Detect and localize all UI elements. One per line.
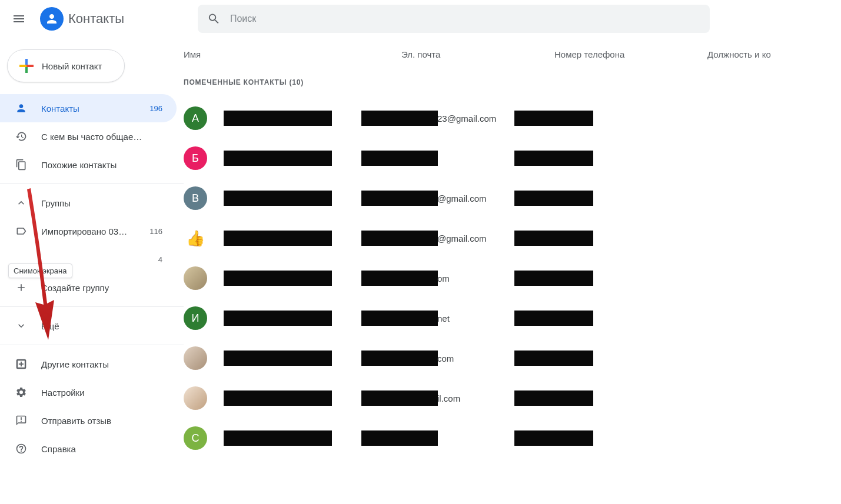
search-icon bbox=[207, 12, 221, 26]
sidebar-item-label: Другие контакты bbox=[41, 359, 162, 369]
sidebar-item-frequent[interactable]: С кем вы часто общае… bbox=[0, 122, 177, 151]
email-suffix: net bbox=[437, 313, 450, 323]
chevron-down-icon bbox=[15, 320, 27, 332]
redacted-phone bbox=[514, 191, 593, 206]
chevron-up-icon bbox=[15, 197, 27, 209]
redacted-phone bbox=[514, 311, 593, 326]
email-suffix: om bbox=[437, 273, 450, 283]
sidebar-item-settings[interactable]: Настройки bbox=[0, 378, 177, 406]
plus-small-icon bbox=[15, 282, 27, 293]
new-contact-button[interactable]: Новый контакт bbox=[7, 49, 125, 82]
avatar: Б bbox=[184, 146, 207, 170]
redacted-phone bbox=[514, 231, 593, 246]
avatar bbox=[184, 346, 207, 370]
redacted-name bbox=[224, 231, 332, 246]
column-phone: Номер телефона bbox=[554, 49, 707, 59]
redacted-phone bbox=[514, 151, 593, 166]
redacted-name bbox=[224, 111, 332, 126]
redacted-phone bbox=[514, 430, 593, 446]
redacted-email bbox=[361, 111, 438, 126]
history-icon bbox=[15, 131, 27, 142]
hamburger-menu[interactable] bbox=[5, 5, 33, 33]
redacted-phone bbox=[514, 351, 593, 366]
table-header: Имя Эл. почта Номер телефона Должность и… bbox=[184, 49, 841, 74]
email-suffix: @gmail.com bbox=[437, 193, 487, 203]
app-logo-wrap: Контакты bbox=[40, 7, 193, 31]
feedback-icon bbox=[15, 415, 27, 426]
redacted-email bbox=[361, 191, 438, 206]
email-suffix: 23@gmail.com bbox=[437, 114, 496, 124]
redacted-name bbox=[224, 351, 332, 366]
section-label: ПОМЕЧЕННЫЕ КОНТАКТЫ (10) bbox=[184, 74, 841, 98]
sidebar-item-label: Похожие контакты bbox=[41, 160, 162, 170]
main-content: Имя Эл. почта Номер телефона Должность и… bbox=[184, 38, 841, 463]
avatar bbox=[184, 386, 207, 410]
sidebar-item-label: С кем вы часто общае… bbox=[41, 132, 162, 142]
copy-icon bbox=[15, 159, 27, 171]
redacted-email bbox=[361, 231, 438, 246]
redacted-email bbox=[361, 351, 438, 366]
sidebar-item-count: 196 bbox=[149, 104, 162, 113]
sidebar-item-similar[interactable]: Похожие контакты bbox=[0, 151, 177, 179]
search-input[interactable] bbox=[230, 14, 700, 24]
redacted-phone bbox=[514, 390, 593, 406]
sidebar-item-label: Настройки bbox=[41, 388, 162, 398]
contact-row[interactable]: il.com bbox=[184, 378, 841, 418]
screenshot-tooltip: Снимок экрана bbox=[8, 263, 72, 278]
redacted-name bbox=[224, 271, 332, 286]
inbox-icon bbox=[15, 358, 27, 370]
contact-row[interactable]: А23@gmail.com bbox=[184, 98, 841, 138]
sidebar-item-help[interactable]: Справка bbox=[0, 435, 177, 463]
redacted-email bbox=[361, 390, 438, 406]
sidebar-item-label: Создайте группу bbox=[41, 283, 162, 293]
help-icon bbox=[15, 443, 27, 455]
contact-row[interactable]: 👍@gmail.com bbox=[184, 218, 841, 258]
redacted-email bbox=[361, 271, 438, 286]
redacted-name bbox=[224, 191, 332, 206]
avatar: 👍 bbox=[184, 226, 207, 250]
sidebar-item-count: 116 bbox=[149, 227, 162, 236]
sidebar-item-more[interactable]: Ещё bbox=[0, 312, 177, 340]
label-icon bbox=[15, 225, 27, 237]
contact-row[interactable]: com bbox=[184, 338, 841, 378]
sidebar-item-feedback[interactable]: Отправить отзыв bbox=[0, 406, 177, 435]
redacted-phone bbox=[514, 111, 593, 126]
sidebar-item-label: Контакты bbox=[41, 104, 135, 114]
person-icon bbox=[15, 102, 27, 114]
redacted-email bbox=[361, 311, 438, 326]
redacted-name bbox=[224, 151, 332, 166]
plus-icon bbox=[19, 59, 34, 73]
menu-icon bbox=[12, 12, 26, 26]
contact-row[interactable]: om bbox=[184, 258, 841, 298]
contact-row[interactable]: Иnet bbox=[184, 298, 841, 338]
redacted-email bbox=[361, 151, 438, 166]
sidebar-item-contacts[interactable]: Контакты 196 bbox=[0, 94, 177, 122]
search-box[interactable] bbox=[198, 5, 710, 33]
contact-row[interactable]: В@gmail.com bbox=[184, 178, 841, 218]
sidebar-groups-header[interactable]: Группы bbox=[0, 189, 177, 217]
new-contact-label: Новый контакт bbox=[42, 61, 102, 71]
avatar: В bbox=[184, 186, 207, 210]
sidebar: Новый контакт Контакты 196 С кем вы част… bbox=[0, 38, 184, 463]
avatar: А bbox=[184, 106, 207, 130]
sidebar-item-label: Импортировано 03… bbox=[41, 226, 135, 236]
contact-row[interactable]: С bbox=[184, 418, 841, 458]
redacted-name bbox=[224, 430, 332, 446]
sidebar-item-label: Группы bbox=[41, 198, 162, 208]
redacted-name bbox=[224, 311, 332, 326]
sidebar-item-other[interactable]: Другие контакты bbox=[0, 350, 177, 378]
contact-row[interactable]: Б bbox=[184, 138, 841, 178]
topbar: Контакты bbox=[0, 0, 841, 38]
redacted-name bbox=[224, 390, 332, 406]
email-suffix: il.com bbox=[437, 393, 460, 403]
app-logo-icon bbox=[40, 7, 64, 31]
app-title: Контакты bbox=[68, 11, 124, 26]
avatar bbox=[184, 266, 207, 290]
gear-icon bbox=[15, 386, 27, 398]
sidebar-item-label: Справка bbox=[41, 444, 162, 454]
sidebar-item-count: 4 bbox=[158, 255, 162, 264]
avatar: И bbox=[184, 306, 207, 330]
redacted-email bbox=[361, 430, 438, 446]
contact-list: А23@gmail.comБВ@gmail.com👍@gmail.comomИn… bbox=[184, 98, 841, 458]
sidebar-item-imported[interactable]: Импортировано 03… 116 bbox=[0, 217, 177, 245]
